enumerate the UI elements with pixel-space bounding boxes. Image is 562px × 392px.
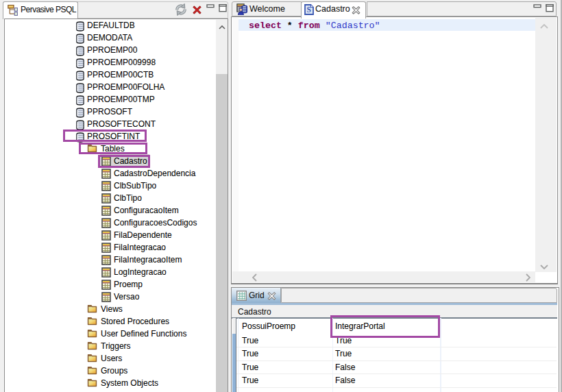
svg-text:S: S xyxy=(306,5,310,14)
